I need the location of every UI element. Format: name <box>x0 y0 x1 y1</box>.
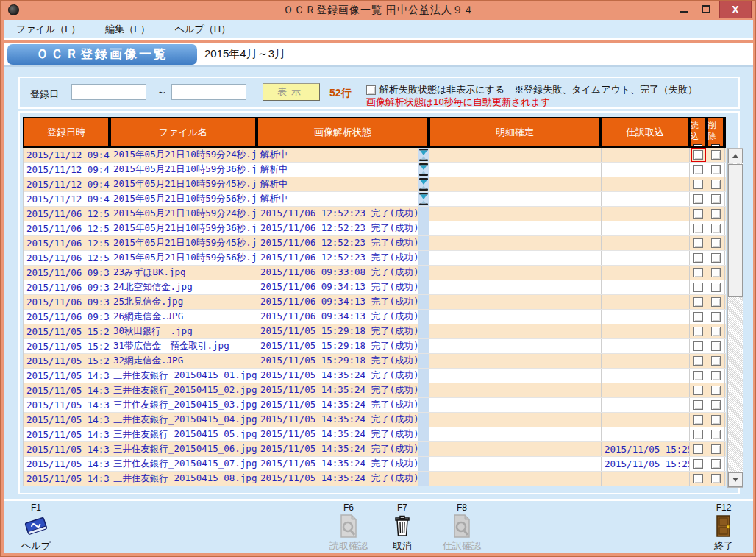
maximize-button[interactable] <box>696 1 718 18</box>
delete-checkbox[interactable] <box>711 150 721 160</box>
delete-checkbox[interactable] <box>711 400 721 410</box>
read-checkbox[interactable] <box>693 268 703 277</box>
delete-checkbox[interactable] <box>711 474 721 483</box>
menu-help[interactable]: ヘルプ（H） <box>172 21 233 38</box>
scroll-down-button[interactable] <box>728 472 743 487</box>
delete-checkbox[interactable] <box>711 327 721 336</box>
cancel-button[interactable]: F7 取消 <box>377 503 428 551</box>
table-row[interactable]: 2015/11/05 14:33:33 三井住友銀行_20150415_05.j… <box>24 427 726 442</box>
table-row[interactable]: 2015/11/06 12:51:08 2015年05月21日10時59分24秒… <box>24 207 726 221</box>
read-checkbox[interactable] <box>693 444 703 454</box>
vertical-scrollbar[interactable] <box>727 148 743 488</box>
read-checkbox[interactable] <box>693 165 703 174</box>
menu-edit[interactable]: 編集（E） <box>102 21 153 38</box>
delete-checkbox[interactable] <box>711 459 721 469</box>
read-checkbox[interactable] <box>693 459 703 469</box>
table-row[interactable]: 2015/11/05 14:33:33 三井住友銀行_20150415_06.j… <box>24 442 726 457</box>
read-checkbox[interactable] <box>693 297 703 307</box>
table-row[interactable]: 2015/11/12 09:43:30 2015年05月21日10時59分45秒… <box>24 177 726 192</box>
delete-checkbox[interactable] <box>711 430 721 439</box>
read-checkbox[interactable] <box>693 312 703 322</box>
read-checkbox[interactable] <box>693 283 703 292</box>
delete-checkbox[interactable] <box>711 415 721 425</box>
table-row[interactable]: 2015/11/06 12:51:08 2015年05月21日10時59分56秒… <box>24 251 726 266</box>
cell-delete <box>707 442 725 456</box>
delete-checkbox[interactable] <box>711 209 721 219</box>
delete-checkbox[interactable] <box>711 224 721 233</box>
cell-read <box>690 472 707 486</box>
date-from-input[interactable] <box>71 84 146 100</box>
read-checkbox[interactable] <box>693 180 703 189</box>
table-row[interactable]: 2015/11/05 15:28:22 31帯広信金 預金取引.jpg 2015… <box>24 339 726 354</box>
read-checkbox[interactable] <box>693 430 703 439</box>
table-row[interactable]: 2015/11/06 09:32:53 24北空知信金.jpg 2015/11/… <box>24 280 726 295</box>
delete-checkbox[interactable] <box>711 312 721 322</box>
delete-checkbox[interactable] <box>711 386 721 395</box>
read-checkbox[interactable] <box>693 386 703 395</box>
minimize-button[interactable] <box>674 1 696 18</box>
read-checkbox[interactable] <box>693 238 703 248</box>
delete-checkbox[interactable] <box>711 371 721 380</box>
hourglass-icon <box>419 178 428 191</box>
read-checkbox[interactable] <box>693 224 703 233</box>
table-row[interactable]: 2015/11/06 09:32:53 25北見信金.jpg 2015/11/0… <box>24 295 726 310</box>
cell-busy-indicator <box>418 280 429 294</box>
read-all-checkbox[interactable] <box>693 144 702 146</box>
table-row[interactable]: 2015/11/12 09:43:30 2015年05月21日10時59分56秒… <box>24 192 726 207</box>
scroll-up-button[interactable] <box>728 149 743 163</box>
read-checkbox[interactable] <box>693 194 703 204</box>
exit-button[interactable]: F12 終了 <box>698 503 749 551</box>
exit-button-label: 終了 <box>714 539 733 551</box>
read-checkbox[interactable] <box>693 253 703 263</box>
delete-checkbox[interactable] <box>711 165 721 174</box>
cell-registered-at: 2015/11/06 09:32:53 <box>24 295 110 309</box>
delete-checkbox[interactable] <box>711 194 721 204</box>
cell-analysis-status: 2015/11/05 15:29:18 完了(成功) 1件 <box>257 324 418 338</box>
delete-checkbox[interactable] <box>711 268 721 277</box>
table-row[interactable]: 2015/11/05 14:33:33 三井住友銀行_20150415_01.j… <box>24 369 726 383</box>
table-row[interactable]: 2015/11/06 12:51:08 2015年05月21日10時59分45秒… <box>24 236 726 251</box>
hide-failed-checkbox[interactable] <box>366 85 376 95</box>
read-checkbox[interactable] <box>693 327 703 336</box>
delete-all-checkbox[interactable] <box>711 144 720 146</box>
cell-detail-confirm <box>429 457 602 471</box>
help-button[interactable]: F1 ヘルプ <box>10 503 62 551</box>
table-row[interactable]: 2015/11/05 14:33:33 三井住友銀行_20150415_08.j… <box>24 472 726 486</box>
read-checkbox[interactable] <box>693 474 703 483</box>
read-checkbox[interactable] <box>693 209 703 219</box>
table-row[interactable]: 2015/11/06 09:32:53 23みずほBK.jpg 2015/11/… <box>24 266 726 280</box>
read-checkbox[interactable] <box>693 356 703 366</box>
table-row[interactable]: 2015/11/05 14:33:33 三井住友銀行_20150415_07.j… <box>24 457 726 472</box>
delete-checkbox[interactable] <box>711 356 721 366</box>
read-checkbox[interactable] <box>693 415 703 425</box>
cell-detail-confirm <box>429 266 602 280</box>
delete-checkbox[interactable] <box>711 253 721 263</box>
table-row[interactable]: 2015/11/06 09:32:53 26網走信金.JPG 2015/11/0… <box>24 310 726 324</box>
table-row[interactable]: 2015/11/05 14:33:33 三井住友銀行_20150415_02.j… <box>24 383 726 398</box>
read-checkbox[interactable] <box>693 150 703 160</box>
read-checkbox[interactable] <box>693 341 703 351</box>
table-row[interactable]: 2015/11/05 15:28:22 30秋田銀行 .jpg 2015/11/… <box>24 324 726 339</box>
delete-checkbox[interactable] <box>711 238 721 248</box>
table-row[interactable]: 2015/11/12 09:43:30 2015年05月21日10時59分36秒… <box>24 163 726 177</box>
table-row[interactable]: 2015/11/05 14:33:33 三井住友銀行_20150415_03.j… <box>24 398 726 413</box>
delete-checkbox[interactable] <box>711 283 721 292</box>
f12-key-label: F12 <box>716 503 732 513</box>
menu-file[interactable]: ファイル（F） <box>13 21 83 38</box>
delete-checkbox[interactable] <box>711 297 721 307</box>
close-button[interactable]: X <box>719 1 752 18</box>
arrow-down-icon <box>732 478 738 482</box>
scrollbar-thumb[interactable] <box>728 164 743 297</box>
cell-read <box>690 339 707 353</box>
date-to-input[interactable] <box>171 84 246 100</box>
read-checkbox[interactable] <box>693 400 703 410</box>
table-row[interactable]: 2015/11/05 14:33:33 三井住友銀行_20150415_04.j… <box>24 413 726 427</box>
table-row[interactable]: 2015/11/05 15:28:22 32網走信金.JPG 2015/11/0… <box>24 354 726 369</box>
read-checkbox[interactable] <box>693 371 703 380</box>
delete-checkbox[interactable] <box>711 341 721 351</box>
delete-checkbox[interactable] <box>711 444 721 454</box>
show-button[interactable]: 表示 <box>263 83 320 101</box>
table-row[interactable]: 2015/11/06 12:51:08 2015年05月21日10時59分36秒… <box>24 221 726 236</box>
delete-checkbox[interactable] <box>711 180 721 189</box>
table-row[interactable]: 2015/11/12 09:43:30 2015年05月21日10時59分24秒… <box>24 148 726 163</box>
